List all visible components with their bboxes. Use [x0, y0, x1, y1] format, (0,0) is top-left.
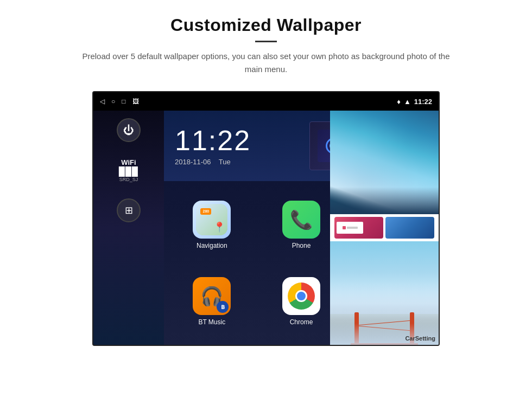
photo-nav-icon[interactable]: 🖼	[132, 98, 139, 105]
page-title: Customized Wallpaper	[0, 15, 532, 35]
status-left: ◁ ○ □ 🖼	[100, 98, 139, 105]
location-icon: ♦	[397, 98, 401, 106]
status-bar: ◁ ○ □ 🖼 ♦ ▲ 11:22	[93, 92, 439, 111]
wallpaper-blue-thumb[interactable]	[385, 217, 434, 239]
power-button[interactable]: ⏻	[117, 118, 141, 142]
wifi-signal-icon: ▉▉▉	[119, 166, 138, 177]
fog-overlay	[330, 323, 439, 345]
android-screen: ◁ ○ □ 🖼 ♦ ▲ 11:22 ⏻ WiFi ▉▉▉ SRD	[92, 91, 440, 346]
clock-section: 11:22 2018-11-06 Tue	[175, 126, 251, 166]
wallpaper-thumbnails: CarSetting	[330, 111, 439, 345]
status-right: ♦ ▲ 11:22	[397, 98, 432, 106]
chrome-icon	[288, 282, 315, 310]
bt-music-label: BT Music	[198, 318, 225, 326]
status-time: 11:22	[414, 98, 432, 106]
page-subtitle: Preload over 5 default wallpaper options…	[81, 50, 451, 76]
navigation-label: Navigation	[197, 242, 227, 249]
title-divider	[255, 41, 277, 42]
apps-grid-button[interactable]: ⊞	[117, 198, 141, 222]
wallpaper-mid	[330, 214, 439, 241]
clock-date: 2018-11-06 Tue	[175, 158, 251, 166]
chrome-label: Chrome	[290, 318, 313, 326]
wallpaper-pink-thumb[interactable]	[334, 217, 383, 239]
wallpaper-bridge[interactable]: CarSetting	[330, 241, 439, 345]
carsetting-label: CarSetting	[405, 335, 435, 342]
clock-time: 11:22	[175, 126, 251, 155]
app-navigation[interactable]: 280 📍 Navigation	[169, 189, 255, 261]
phone-label: Phone	[292, 242, 311, 249]
wifi-ssid: SRD_SJ	[119, 177, 138, 182]
phone-icon: 📞	[290, 209, 313, 230]
back-nav-icon[interactable]: ◁	[100, 98, 105, 105]
home-nav-icon[interactable]: ○	[111, 98, 115, 105]
app-bt-music[interactable]: 🎧 ʙ BT Music	[169, 265, 255, 337]
wifi-info: WiFi ▉▉▉ SRD_SJ	[119, 158, 138, 182]
left-sidebar: ⏻ WiFi ▉▉▉ SRD_SJ ⊞	[93, 111, 164, 345]
screen-wrapper: ◁ ○ □ 🖼 ♦ ▲ 11:22 ⏻ WiFi ▉▉▉ SRD	[52, 91, 480, 346]
wifi-icon: ▲	[404, 98, 411, 106]
wifi-label: WiFi	[119, 158, 138, 166]
grid-icon: ⊞	[125, 204, 133, 216]
power-icon: ⏻	[123, 124, 134, 137]
main-area: ⏻ WiFi ▉▉▉ SRD_SJ ⊞ 11:22	[93, 111, 439, 345]
recent-nav-icon[interactable]: □	[122, 98, 125, 105]
wallpaper-glacier[interactable]	[330, 111, 439, 214]
